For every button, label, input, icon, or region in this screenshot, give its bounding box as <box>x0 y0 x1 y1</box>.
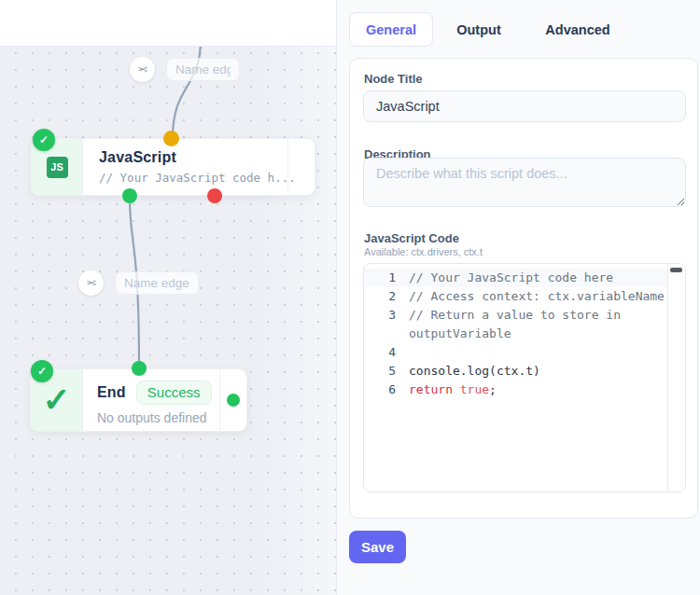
code-line[interactable]: 1// Your JavaScript code here <box>364 269 667 287</box>
line-number: 4 <box>364 343 398 362</box>
node-end-success-badge-icon: ✓ <box>31 360 53 382</box>
code-editor[interactable]: 1// Your JavaScript code here2// Access … <box>363 263 686 492</box>
node-title-text: End <box>97 384 126 401</box>
canvas-top-strip <box>0 0 336 47</box>
javascript-icon: JS <box>47 157 68 178</box>
code-line[interactable]: 3// Return a value to store in outputVar… <box>364 306 667 343</box>
code-text: // Your JavaScript code here <box>409 269 667 287</box>
edge-label-group-top: ✂ <box>130 57 240 82</box>
node-title-input[interactable] <box>363 90 686 122</box>
line-number: 5 <box>364 362 398 381</box>
node-javascript-success-badge-icon: ✓ <box>33 129 55 151</box>
code-text: return true; <box>409 381 667 399</box>
handle-end-output[interactable] <box>227 394 240 407</box>
node-outputs-text: No outputs defined <box>97 410 219 425</box>
code-text: // Access context: ctx.variableName <box>409 287 667 306</box>
handle-javascript-output-error[interactable] <box>207 188 222 203</box>
scissors-icon: ✂ <box>137 62 147 76</box>
node-javascript-body: JavaScript // Your JavaScript code h... <box>83 139 287 195</box>
node-title-label: Node Title <box>364 72 423 86</box>
handle-javascript-input[interactable] <box>163 131 179 146</box>
node-javascript-endcap <box>287 139 315 195</box>
cut-edge-button[interactable]: ✂ <box>78 270 104 296</box>
node-end-body: End Success No outputs defined <box>83 369 219 431</box>
node-title-text: JavaScript <box>99 149 287 166</box>
scissors-icon: ✂ <box>86 276 96 290</box>
code-line[interactable]: 6return true; <box>364 381 667 399</box>
handle-javascript-output-success[interactable] <box>122 188 137 203</box>
node-javascript[interactable]: JS JavaScript // Your JavaScript code h.… <box>31 138 315 196</box>
save-button[interactable]: Save <box>349 531 406 563</box>
edge-label-group-middle: ✂ <box>78 270 199 296</box>
code-text: // Return a value to store in outputVari… <box>409 306 667 343</box>
handle-end-input[interactable] <box>132 361 147 376</box>
workflow-canvas[interactable]: ✂ ✂ JS JavaScript // Your JavaScript cod… <box>0 0 336 595</box>
tab-output[interactable]: Output <box>446 12 511 47</box>
status-badge: Success <box>136 381 212 405</box>
code-lines: 1// Your JavaScript code here2// Access … <box>364 269 667 399</box>
javascript-code-label: JavaScript Code <box>364 231 459 245</box>
check-icon: ✓ <box>42 383 70 417</box>
tab-general[interactable]: General <box>349 12 433 47</box>
edge-top-to-javascript[interactable] <box>173 39 201 138</box>
edge-connections <box>0 0 336 595</box>
code-line[interactable]: 2// Access context: ctx.variableName <box>364 287 667 306</box>
node-config-panel: General Output Advanced Node Title Descr… <box>336 0 700 595</box>
description-textarea[interactable] <box>363 158 686 207</box>
node-end[interactable]: ✓ End Success No outputs defined <box>30 368 247 432</box>
node-code-preview: // Your JavaScript code h... <box>99 171 287 185</box>
edge-name-input[interactable] <box>166 58 240 81</box>
code-line[interactable]: 5console.log(ctx.t) <box>364 362 667 381</box>
line-number: 3 <box>364 306 398 343</box>
cut-edge-button[interactable]: ✂ <box>130 57 155 82</box>
code-editor-scrollbar <box>667 264 685 491</box>
tab-advanced[interactable]: Advanced <box>531 12 624 47</box>
general-settings-card: Node Title Description JavaScript Code A… <box>349 58 698 519</box>
code-text <box>409 343 667 362</box>
code-context-hint: Available: ctx.drivers, ctx.t <box>364 246 483 257</box>
code-text: console.log(ctx.t) <box>409 362 667 381</box>
workflow-editor-app: ✂ ✂ JS JavaScript // Your JavaScript cod… <box>0 0 700 595</box>
code-line[interactable]: 4 <box>364 343 667 362</box>
line-number: 1 <box>364 269 398 287</box>
line-number: 2 <box>364 287 398 306</box>
code-editor-scrollbar-thumb[interactable] <box>670 268 682 272</box>
line-number: 6 <box>364 381 398 399</box>
edge-name-input[interactable] <box>115 271 199 295</box>
